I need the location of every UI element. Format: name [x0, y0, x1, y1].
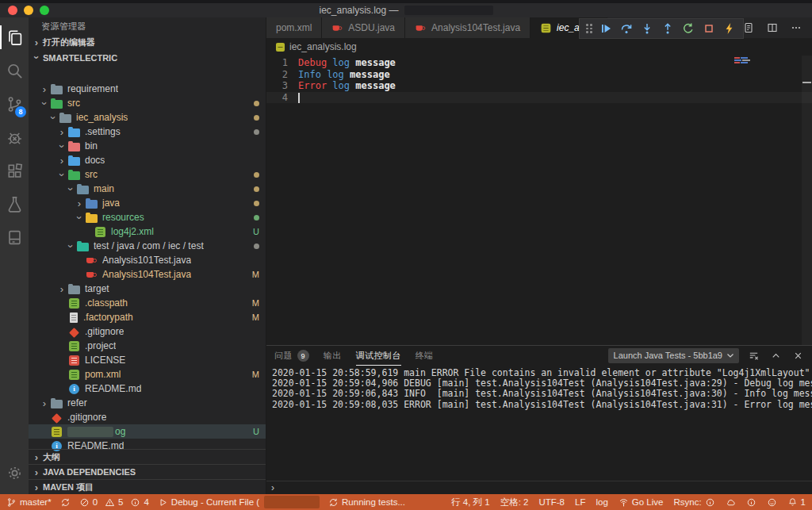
close-panel-icon[interactable]: [790, 347, 806, 363]
git-modified-dot: [254, 186, 259, 192]
info-icon[interactable]: [746, 497, 756, 508]
tree-item[interactable]: .settings: [29, 125, 266, 139]
scm-badge: 8: [15, 106, 26, 117]
git-branch-status[interactable]: master*: [6, 497, 52, 508]
debug-launch-status[interactable]: Debug - Current File (: [158, 496, 320, 508]
tree-item[interactable]: pom.xmlM: [29, 367, 266, 382]
tree-item[interactable]: src: [29, 96, 266, 110]
hot-code-replace-icon[interactable]: [719, 19, 740, 38]
language-mode-status[interactable]: log: [596, 497, 607, 507]
tree-item[interactable]: .gitignore: [29, 410, 266, 424]
drag-handle-icon[interactable]: [586, 24, 592, 33]
tab-pom-xml[interactable]: pom.xml: [266, 17, 322, 38]
test-explorer-icon[interactable]: [0, 187, 29, 220]
maximize-window-button[interactable]: [40, 6, 49, 15]
breadcrumb[interactable]: iec_analysis.log: [266, 38, 812, 56]
tree-item[interactable]: refer: [29, 396, 266, 410]
minimap[interactable]: [734, 57, 752, 64]
git-modified-badge: M: [252, 370, 259, 379]
debug-toolbar: [579, 18, 744, 39]
tree-item-selected[interactable]: ogU: [29, 424, 266, 439]
tree-item[interactable]: bin: [29, 139, 266, 153]
tree-item[interactable]: java: [29, 196, 266, 210]
code-line-current: 4: [266, 92, 812, 104]
clear-console-icon[interactable]: [745, 347, 761, 363]
debug-console-input[interactable]: ›: [266, 481, 812, 494]
continue-button[interactable]: [596, 19, 616, 38]
code-line: 1 Debug log message: [266, 57, 812, 69]
maven-projects-section[interactable]: MAVEN 项目: [29, 479, 266, 494]
stop-button[interactable]: [699, 19, 719, 38]
feedback-smiley-icon[interactable]: [767, 497, 777, 508]
cloud-icon[interactable]: [726, 497, 736, 508]
open-editors-section[interactable]: 打开的编辑器: [29, 35, 266, 50]
tree-item[interactable]: main: [29, 182, 266, 196]
tree-item[interactable]: .project: [29, 339, 266, 353]
tree-item[interactable]: target: [29, 282, 266, 296]
java-dependencies-section[interactable]: JAVA DEPENDENCIES: [29, 464, 266, 479]
file-icon: [70, 313, 78, 323]
tree-item[interactable]: .classpathM: [29, 296, 266, 310]
tree-item[interactable]: resources: [29, 210, 266, 224]
project-root-section[interactable]: SMARTELECTRIC: [29, 50, 266, 65]
debug-icon[interactable]: [0, 121, 29, 154]
chevron-down-icon: [73, 212, 86, 224]
split-editor-icon[interactable]: [763, 19, 782, 36]
running-tests-status[interactable]: Running tests...: [328, 497, 405, 508]
minimize-window-button[interactable]: [24, 6, 33, 15]
more-actions-icon[interactable]: [787, 19, 806, 36]
tree-item[interactable]: .gitignore: [29, 324, 266, 339]
cursor-position-status[interactable]: 行 4, 列 1: [451, 497, 490, 508]
extensions-icon[interactable]: [0, 154, 29, 187]
maximize-panel-icon[interactable]: [768, 347, 783, 363]
tab-problems[interactable]: 问题9: [274, 346, 309, 366]
bin-folder-icon: [68, 143, 80, 151]
problems-status[interactable]: 0 5 4: [79, 497, 149, 508]
step-over-button[interactable]: [616, 19, 637, 38]
tree-item[interactable]: Analysis101Test.java: [29, 253, 266, 267]
tree-item[interactable]: test / java / com / iec / test: [29, 239, 266, 253]
tree-item[interactable]: .factorypathM: [29, 310, 266, 324]
tree-item[interactable]: requirement: [29, 82, 266, 96]
tab-terminal[interactable]: 终端: [416, 346, 434, 366]
source-control-icon[interactable]: 8: [0, 87, 29, 121]
settings-gear-icon[interactable]: [0, 456, 29, 489]
debug-console-output[interactable]: 2020-01-15 20:58:59,619 main ERROR File …: [266, 366, 812, 481]
close-window-button[interactable]: [8, 6, 17, 15]
tree-item[interactable]: docs: [29, 153, 266, 167]
rsync-status[interactable]: Rsync:: [673, 497, 714, 508]
tab-analysis104test-java[interactable]: Analysis104Test.java: [405, 17, 530, 38]
tab-output[interactable]: 输出: [324, 346, 342, 366]
sync-changes-icon[interactable]: [60, 497, 71, 508]
breadcrumb-item: iec_analysis.log: [289, 41, 357, 52]
notebook-icon[interactable]: [0, 220, 29, 254]
restart-button[interactable]: [678, 19, 699, 38]
prompt-chevron-icon: ›: [271, 482, 274, 493]
outline-section[interactable]: 大纲: [29, 449, 266, 464]
debug-session-select[interactable]: Launch Java Tests - 5bb1a9: [608, 348, 739, 363]
step-into-button[interactable]: [637, 19, 657, 38]
editor-scrollbar[interactable]: [802, 56, 812, 345]
tree-item[interactable]: iec_analysis: [29, 110, 266, 125]
eol-status[interactable]: LF: [575, 497, 585, 507]
explorer-icon[interactable]: [0, 21, 29, 54]
tree-item[interactable]: log4j2.xmlU: [29, 224, 266, 239]
project-root-label: SMARTELECTRIC: [43, 53, 117, 63]
tree-item[interactable]: README.md: [29, 382, 266, 396]
indentation-status[interactable]: 空格: 2: [500, 497, 529, 508]
tree-item[interactable]: LICENSE: [29, 353, 266, 367]
tab-asdu-java[interactable]: ASDU.java: [322, 17, 405, 38]
go-live-status[interactable]: Go Live: [619, 497, 664, 508]
notifications-bell[interactable]: 1: [787, 497, 806, 508]
tab-debug-console[interactable]: 调试控制台: [356, 346, 401, 366]
step-out-button[interactable]: [657, 19, 678, 38]
editor-content[interactable]: 1 Debug log message 2 Info log message 3…: [266, 56, 812, 345]
tree-item[interactable]: Analysis104Test.javaM: [29, 267, 266, 282]
encoding-status[interactable]: UTF-8: [538, 497, 565, 507]
git-file-icon: [52, 413, 62, 424]
spinner-icon: [328, 497, 339, 508]
search-icon[interactable]: [0, 54, 29, 87]
java-file-icon: [86, 255, 97, 266]
tree-item[interactable]: src: [29, 167, 266, 182]
git-dot: [254, 129, 259, 135]
